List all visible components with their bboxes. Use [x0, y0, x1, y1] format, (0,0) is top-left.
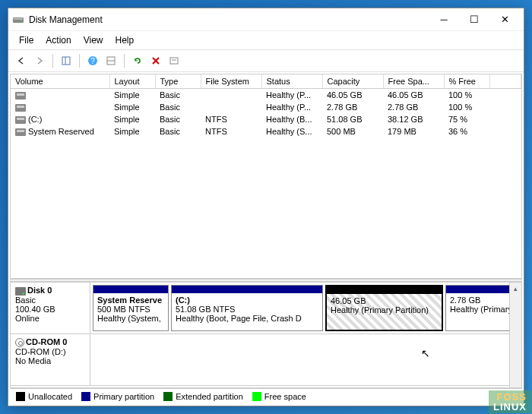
- disk-label[interactable]: Disk 0Basic100.40 GBOnline: [11, 283, 90, 333]
- column-header[interactable]: Status: [261, 74, 322, 89]
- disk-label[interactable]: CD-ROM 0CD-ROM (D:)No Media: [11, 334, 90, 385]
- menu-view[interactable]: View: [78, 33, 109, 48]
- column-header[interactable]: % Free: [444, 74, 489, 89]
- column-header[interactable]: Free Spa...: [383, 74, 444, 89]
- menu-file[interactable]: File: [13, 33, 40, 48]
- legend-free-swatch: [252, 392, 261, 401]
- toolbar: ?: [8, 49, 524, 72]
- content-area: VolumeLayoutTypeFile SystemStatusCapacit…: [8, 72, 524, 406]
- volume-icon: [15, 128, 26, 136]
- watermark: FOSSLINUX: [489, 390, 531, 413]
- column-header[interactable]: Layout: [109, 74, 155, 89]
- legend-extended-swatch: [163, 392, 173, 401]
- legend-extended-label: Extended partition: [176, 392, 243, 401]
- app-icon: [12, 14, 24, 26]
- disk-management-window: Disk Management ─ ☐ ✕ File Action View H…: [8, 8, 524, 406]
- column-header[interactable]: Type: [155, 74, 201, 89]
- volume-row[interactable]: System ReservedSimpleBasicNTFSHealthy (S…: [11, 125, 521, 137]
- disk-row: Disk 0Basic100.40 GBOnlineSystem Reserve…: [11, 283, 521, 334]
- svg-rect-1: [14, 18, 23, 20]
- legend-unallocated-label: Unallocated: [28, 392, 72, 401]
- menubar: File Action View Help: [8, 31, 524, 49]
- volume-icon: [15, 92, 26, 100]
- partition[interactable]: (C:)51.08 GB NTFSHealthy (Boot, Page Fil…: [171, 285, 323, 331]
- menu-action[interactable]: Action: [40, 33, 77, 48]
- properties-button[interactable]: [166, 52, 182, 69]
- legend-unallocated-swatch: [16, 392, 25, 401]
- svg-rect-9: [170, 58, 178, 64]
- scrollbar[interactable]: ▴: [509, 283, 521, 387]
- column-header[interactable]: Volume: [11, 74, 109, 89]
- svg-rect-3: [62, 57, 70, 65]
- close-button[interactable]: ✕: [489, 9, 520, 30]
- partition[interactable]: System Reserve500 MB NTFSHealthy (System…: [93, 285, 169, 331]
- scroll-up-icon[interactable]: ▴: [510, 283, 521, 295]
- legend: Unallocated Primary partition Extended p…: [10, 388, 522, 404]
- show-hide-tree-button[interactable]: [58, 52, 74, 69]
- svg-text:?: ?: [90, 57, 95, 65]
- cd-icon: [15, 338, 24, 347]
- minimize-button[interactable]: ─: [429, 9, 459, 30]
- help-button[interactable]: ?: [84, 52, 101, 69]
- forward-button[interactable]: [31, 52, 48, 69]
- legend-primary-label: Primary partition: [93, 392, 154, 401]
- legend-primary-swatch: [81, 392, 90, 401]
- volume-row[interactable]: SimpleBasicHealthy (P...46.05 GB46.05 GB…: [11, 89, 521, 102]
- disk-row: CD-ROM 0CD-ROM (D:)No Media: [11, 334, 521, 386]
- volume-row[interactable]: SimpleBasicHealthy (P...2.78 GB2.78 GB10…: [11, 101, 521, 113]
- volume-icon: [15, 116, 26, 124]
- menu-help[interactable]: Help: [109, 33, 141, 48]
- back-button[interactable]: [13, 52, 30, 69]
- column-header[interactable]: File System: [201, 74, 261, 89]
- maximize-button[interactable]: ☐: [459, 9, 489, 30]
- show-list-button[interactable]: [103, 52, 119, 69]
- titlebar[interactable]: Disk Management ─ ☐ ✕: [8, 8, 524, 31]
- disk-partitions: System Reserve500 MB NTFSHealthy (System…: [90, 283, 521, 333]
- disk-partitions: [90, 334, 521, 385]
- graphical-view: Disk 0Basic100.40 GBOnlineSystem Reserve…: [10, 282, 522, 388]
- delete-button[interactable]: [147, 52, 164, 69]
- volume-list[interactable]: VolumeLayoutTypeFile SystemStatusCapacit…: [10, 74, 522, 279]
- legend-free-label: Free space: [264, 392, 306, 401]
- svg-point-2: [21, 21, 22, 22]
- window-title: Disk Management: [29, 14, 429, 25]
- partition[interactable]: 2.78 GBHealthy (Primary Partitio: [445, 285, 518, 331]
- refresh-button[interactable]: [129, 52, 146, 69]
- partition[interactable]: 46.05 GBHealthy (Primary Partition): [325, 285, 443, 331]
- volume-icon: [15, 104, 26, 112]
- disk-icon: [15, 287, 26, 295]
- column-header[interactable]: Capacity: [322, 74, 383, 89]
- volume-row[interactable]: (C:)SimpleBasicNTFSHealthy (B...51.08 GB…: [11, 113, 521, 125]
